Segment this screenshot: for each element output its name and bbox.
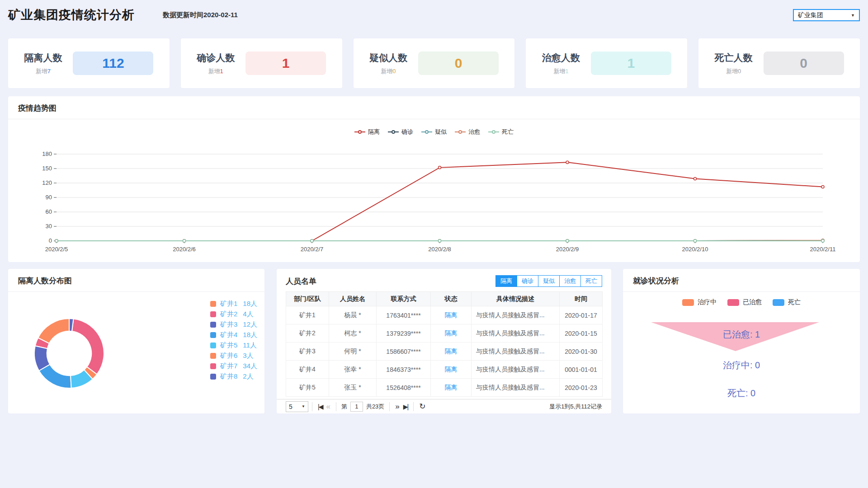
- stat-label: 疑似人数: [369, 52, 407, 64]
- funnel-stage-cured: 已治愈: 1: [623, 328, 860, 341]
- donut-legend-item[interactable]: 矿井63人: [210, 351, 257, 361]
- line-marker-icon: [455, 130, 466, 134]
- legend-swatch-icon: [210, 353, 216, 359]
- svg-text:2020/2/9: 2020/2/9: [556, 246, 579, 253]
- distribution-panel-head: 隔离人数分布图: [8, 269, 264, 292]
- stat-card-cured: 治愈人数 新增1 1: [526, 38, 687, 88]
- funnel-legend-item[interactable]: 死亡: [773, 298, 801, 306]
- donut-legend-item[interactable]: 矿井312人: [210, 319, 257, 330]
- total-pages: 共23页: [366, 403, 384, 411]
- roster-tabs: 隔离 确诊 疑似 治愈 死亡: [496, 275, 602, 287]
- svg-text:2020/2/6: 2020/2/6: [173, 246, 196, 253]
- svg-text:150: 150: [42, 165, 52, 172]
- donut-legend-item[interactable]: 矿井511人: [210, 340, 257, 351]
- chevron-down-icon: ▼: [851, 13, 855, 18]
- stat-new: 新增0: [715, 67, 753, 75]
- tab-cured[interactable]: 治愈: [559, 275, 581, 287]
- legend-swatch-icon: [210, 301, 216, 307]
- stats-row: 隔离人数 新增7 112 确诊人数 新增1 1 疑似人数 新增0 0 治愈人数 …: [8, 38, 860, 88]
- donut-legend-item[interactable]: 矿井734人: [210, 361, 257, 371]
- stat-label: 治愈人数: [542, 52, 580, 64]
- divider: [413, 402, 414, 411]
- trend-panel: 疫情趋势图 隔离确诊疑似治愈死亡 03060901201501802020/2/…: [8, 96, 860, 262]
- legend-swatch-icon: [773, 299, 784, 306]
- stat-value: 0: [418, 52, 499, 75]
- stat-value: 112: [73, 52, 153, 75]
- svg-text:2020/2/10: 2020/2/10: [682, 246, 708, 253]
- line-marker-icon: [388, 130, 399, 134]
- donut-chart: [13, 294, 135, 413]
- refresh-icon[interactable]: ↻: [417, 402, 427, 411]
- stat-value: 0: [764, 52, 844, 75]
- funnel-legend: 治疗中 已治愈 死亡: [623, 298, 860, 306]
- col-header-department: 部门/区队: [286, 292, 329, 306]
- tab-suspected[interactable]: 疑似: [538, 275, 560, 287]
- divider: [389, 402, 390, 411]
- svg-text:120: 120: [42, 179, 52, 186]
- svg-text:90: 90: [46, 194, 52, 201]
- col-header-time: 时间: [560, 292, 603, 306]
- dashboard: 矿业集团疫情统计分析 数据更新时间2020-02-11 矿业集团 ▼ 隔离人数 …: [0, 0, 868, 488]
- tab-death[interactable]: 死亡: [580, 275, 602, 287]
- trend-legend-item[interactable]: 死亡: [488, 128, 514, 136]
- trend-panel-title: 疫情趋势图: [18, 104, 57, 113]
- divider: [312, 402, 312, 411]
- stat-card-death: 死亡人数 新增0 0: [698, 38, 860, 88]
- funnel-stage-death: 死亡: 0: [623, 387, 860, 399]
- prev-page-button[interactable]: «: [324, 402, 332, 411]
- roster-panel: 人员名单 隔离 确诊 疑似 治愈 死亡 部门/区队 人员姓名 联系方式 状态 具…: [277, 269, 611, 413]
- donut-legend-item[interactable]: 矿井82人: [210, 371, 257, 382]
- svg-text:0: 0: [49, 237, 52, 244]
- donut-legend-item[interactable]: 矿井118人: [210, 299, 257, 309]
- stat-label: 确诊人数: [197, 52, 235, 64]
- legend-swatch-icon: [682, 299, 694, 306]
- trend-legend-item[interactable]: 确诊: [388, 128, 413, 136]
- funnel-legend-item[interactable]: 治疗中: [682, 298, 717, 306]
- stat-new: 新增7: [24, 67, 62, 75]
- next-page-button[interactable]: »: [393, 402, 401, 411]
- trend-legend-item[interactable]: 隔离: [354, 128, 380, 136]
- page-size-select[interactable]: 5 ▼: [286, 401, 308, 412]
- last-page-button[interactable]: ▶|: [401, 403, 410, 410]
- page-title: 矿业集团疫情统计分析: [8, 7, 135, 23]
- svg-text:2020/2/11: 2020/2/11: [810, 246, 836, 253]
- trend-legend-item[interactable]: 疑似: [421, 128, 447, 136]
- donut-legend-item[interactable]: 矿井24人: [210, 309, 257, 319]
- table-row: 矿井2柯志 *1379239****隔离与疫情人员接触及感冒...2020-01…: [286, 324, 603, 343]
- distribution-panel-title: 隔离人数分布图: [18, 277, 72, 285]
- first-page-button[interactable]: |◀: [316, 403, 324, 410]
- stat-card-quarantine: 隔离人数 新增7 112: [8, 38, 170, 88]
- col-header-name: 人员姓名: [329, 292, 377, 306]
- funnel-stage-treating: 治疗中: 0: [623, 359, 860, 371]
- trend-line-chart: 03060901201501802020/2/52020/2/62020/2/7…: [8, 136, 860, 259]
- roster-panel-title: 人员名单: [286, 276, 316, 286]
- stat-value: 1: [245, 52, 326, 75]
- svg-text:30: 30: [46, 223, 52, 230]
- donut-slice[interactable]: [39, 365, 71, 388]
- update-time: 数据更新时间2020-02-11: [163, 11, 238, 19]
- svg-text:2020/2/7: 2020/2/7: [301, 246, 324, 253]
- page-number-input[interactable]: [350, 402, 363, 412]
- roster-table: 部门/区队 人员姓名 联系方式 状态 具体情况描述 时间 矿井1杨晨 *1763…: [286, 291, 603, 397]
- col-header-contact: 联系方式: [377, 292, 431, 306]
- divider: [336, 402, 336, 411]
- tab-quarantine[interactable]: 隔离: [495, 275, 517, 287]
- org-select[interactable]: 矿业集团 ▼: [793, 9, 860, 21]
- table-row: 矿井5张玉 *1526408****隔离与疫情人员接触及感冒...2020-01…: [286, 379, 603, 397]
- svg-text:60: 60: [46, 208, 52, 215]
- tab-confirmed[interactable]: 确诊: [517, 275, 538, 287]
- donut-legend-item[interactable]: 矿井418人: [210, 330, 257, 340]
- donut-slice[interactable]: [72, 319, 104, 375]
- trend-legend-item[interactable]: 治愈: [455, 128, 480, 136]
- svg-text:2020/2/8: 2020/2/8: [428, 246, 451, 253]
- svg-text:180: 180: [42, 150, 52, 157]
- funnel-legend-item[interactable]: 已治愈: [727, 298, 762, 306]
- svg-text:2020/2/5: 2020/2/5: [45, 246, 68, 253]
- stat-value: 1: [591, 52, 671, 75]
- legend-swatch-icon: [210, 374, 216, 380]
- legend-swatch-icon: [210, 343, 216, 348]
- record-info: 显示1到5,共112记录: [549, 403, 602, 411]
- trend-legend: 隔离确诊疑似治愈死亡: [8, 128, 860, 136]
- header: 矿业集团疫情统计分析 数据更新时间2020-02-11 矿业集团 ▼: [0, 0, 868, 30]
- col-header-status: 状态: [431, 292, 472, 306]
